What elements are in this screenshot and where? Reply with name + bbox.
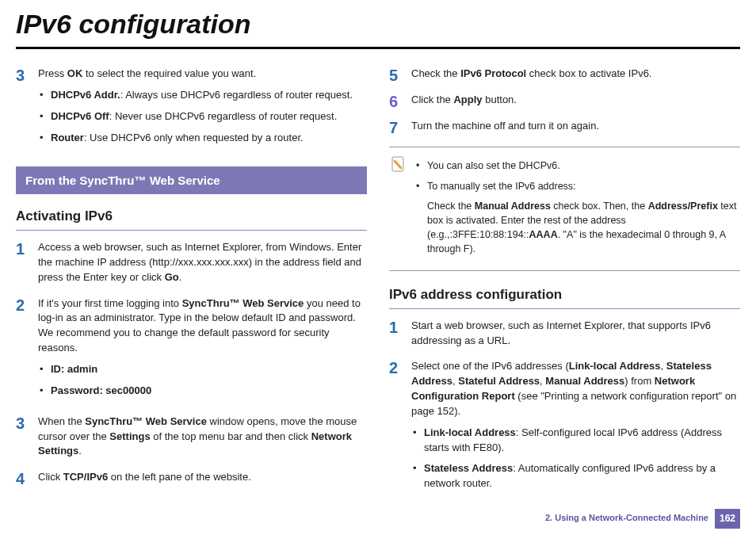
two-column-layout: 3 Press OK to select the required value … — [16, 60, 740, 507]
step-text: Access a web browser, such as Internet E… — [38, 240, 367, 285]
bullet-item: Stateless Address: Automatically configu… — [411, 461, 740, 491]
step-number: 4 — [16, 470, 38, 487]
step-text: Start a web browser, such as Internet Ex… — [411, 319, 740, 349]
step-text: If it's your first time logging into Syn… — [38, 296, 367, 356]
note-box: You can also set the DHCPv6. To manually… — [389, 147, 740, 271]
note-icon — [391, 155, 407, 173]
footer-chapter: 2. Using a Network-Connected Machine — [545, 512, 708, 525]
step-number: 2 — [389, 359, 411, 376]
step-bullets: DHCPv6 Addr.: Always use DHCPv6 regardle… — [38, 88, 367, 146]
activating-step-5: 5 Check the IPv6 Protocol check box to a… — [389, 67, 740, 83]
note-paragraph: Check the Manual Address check box. Then… — [427, 199, 737, 257]
step-number: 3 — [16, 415, 38, 431]
step-text: When the SyncThru™ Web Service window op… — [38, 415, 367, 460]
step-number: 1 — [389, 319, 411, 335]
activating-step-2: 2 If it's your first time logging into S… — [16, 296, 367, 405]
subsection-heading: IPv6 address configuration — [389, 285, 740, 309]
step-number: 5 — [389, 67, 411, 83]
section-heading-band: From the SyncThru™ Web Service — [16, 166, 367, 195]
bullet-item: ID: admin — [38, 362, 367, 377]
note-line: You can also set the DHCPv6. — [414, 159, 737, 173]
step-text: Click the Apply button. — [411, 93, 740, 108]
step-number: 3 — [16, 67, 38, 83]
step-number: 1 — [16, 240, 38, 257]
bullet-item: DHCPv6 Off: Never use DHCPv6 regardless … — [38, 109, 367, 124]
activating-step-6: 6 Click the Apply button. — [389, 93, 740, 109]
bullet-item: Password: sec00000 — [38, 384, 367, 399]
step-3: 3 Press OK to select the required value … — [16, 67, 367, 151]
bullet-item: DHCPv6 Addr.: Always use DHCPv6 regardle… — [38, 88, 367, 103]
step-number: 2 — [16, 296, 38, 313]
footer-page-number: 162 — [715, 509, 740, 529]
subsection-heading: Activating IPv6 — [16, 207, 367, 231]
activating-step-7: 7 Turn the machine off and turn it on ag… — [389, 119, 740, 136]
note-line: To manually set the IPv6 address: Check … — [414, 179, 737, 256]
config-step-1: 1 Start a web browser, such as Internet … — [389, 319, 740, 350]
step-number: 6 — [389, 93, 411, 109]
config-step-2: 2 Select one of the IPv6 addresses (Link… — [389, 359, 740, 498]
right-column: 5 Check the IPv6 Protocol check box to a… — [389, 60, 740, 507]
step-number: 7 — [389, 119, 411, 136]
page-title: IPv6 configuration — [16, 0, 740, 49]
activating-step-4: 4 Click TCP/IPv6 on the left pane of the… — [16, 470, 367, 487]
left-column: 3 Press OK to select the required value … — [16, 60, 367, 507]
activating-step-1: 1 Access a web browser, such as Internet… — [16, 240, 367, 287]
bullet-item: Link-local Address: Self-configured loca… — [411, 426, 740, 456]
page-footer: 2. Using a Network-Connected Machine 162 — [545, 509, 740, 529]
bullet-item: Router: Use DHCPv6 only when requested b… — [38, 131, 367, 146]
step-text: Press OK to select the required value yo… — [38, 67, 367, 82]
activating-step-3: 3 When the SyncThru™ Web Service window … — [16, 415, 367, 461]
step-text: Turn the machine off and turn it on agai… — [411, 119, 740, 134]
step-text: Select one of the IPv6 addresses (Link-l… — [411, 359, 740, 418]
step-text: Click TCP/IPv6 on the left pane of the w… — [38, 470, 367, 485]
step-text: Check the IPv6 Protocol check box to act… — [411, 67, 740, 82]
